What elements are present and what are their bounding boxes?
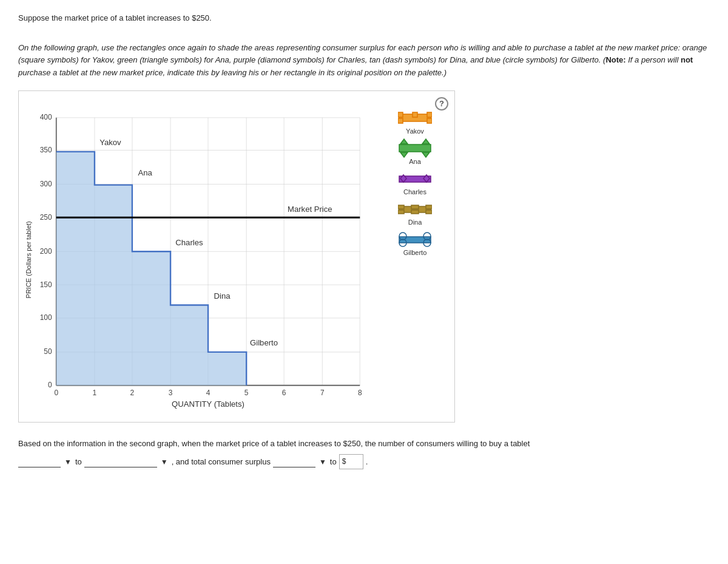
- svg-text:1: 1: [93, 389, 97, 397]
- instruction-text: On the following graph, use the rectangl…: [18, 42, 710, 80]
- svg-text:0: 0: [48, 381, 52, 389]
- svg-text:3: 3: [169, 389, 173, 397]
- main-chart-svg: 0 50 100 150 200 250 300 350 400 0 1 2 3…: [35, 103, 382, 414]
- svg-rect-52: [427, 118, 432, 123]
- svg-text:Dina: Dina: [214, 291, 231, 301]
- svg-text:200: 200: [40, 247, 52, 256]
- instruction-body: On the following graph, use the rectangl…: [18, 43, 707, 78]
- svg-marker-39: [56, 152, 246, 386]
- svg-marker-56: [422, 139, 430, 144]
- svg-text:150: 150: [40, 280, 52, 289]
- svg-text:7: 7: [320, 389, 325, 397]
- svg-text:250: 250: [40, 213, 52, 222]
- svg-text:0: 0: [54, 389, 58, 397]
- chart-area: PRICE (Dollars per tablet): [25, 103, 448, 416]
- to-label-2: to: [330, 455, 337, 469]
- graph-container: ? PRICE (Dollars per tablet): [18, 90, 455, 423]
- svg-text:Ana: Ana: [138, 168, 152, 177]
- dropdown-arrow-1: ▼: [64, 458, 72, 466]
- svg-marker-54: [400, 139, 408, 144]
- palette-item-ana[interactable]: Ana: [398, 140, 432, 165]
- palette-item-yakov[interactable]: Yakov: [398, 109, 432, 135]
- gilberto-label: Gilberto: [403, 249, 427, 256]
- svg-text:300: 300: [40, 180, 52, 188]
- svg-text:2: 2: [130, 389, 135, 397]
- answer-row: ▼ to ▼ , and total consumer surplus ▼ to…: [18, 454, 710, 469]
- note-label: Note:: [605, 55, 625, 64]
- palette-area: Yakov Ana: [382, 103, 448, 416]
- svg-text:4: 4: [206, 389, 211, 397]
- gilberto-icon: [398, 231, 432, 248]
- dropdown-3[interactable]: ▼: [318, 458, 328, 466]
- svg-rect-53: [399, 144, 431, 152]
- svg-text:Yakov: Yakov: [99, 138, 121, 147]
- bottom-section: Based on the information in the second g…: [18, 437, 710, 469]
- yakov-icon: [398, 109, 432, 126]
- dropdown-2[interactable]: ▼: [160, 458, 169, 466]
- dropdown-arrow-3: ▼: [319, 458, 326, 466]
- chart-svg-wrap: 0 50 100 150 200 250 300 350 400 0 1 2 3…: [35, 103, 382, 416]
- svg-rect-65: [398, 210, 404, 214]
- svg-text:Market Price: Market Price: [288, 205, 332, 214]
- answer-blank1: [18, 457, 61, 467]
- charles-label: Charles: [403, 188, 426, 195]
- svg-rect-66: [411, 210, 419, 214]
- svg-marker-55: [400, 152, 408, 157]
- svg-text:5: 5: [244, 389, 249, 397]
- palette-item-dina[interactable]: Dina: [398, 200, 432, 226]
- svg-rect-62: [398, 205, 404, 209]
- help-icon[interactable]: ?: [435, 97, 448, 110]
- svg-text:Gilberto: Gilberto: [250, 338, 278, 347]
- svg-text:100: 100: [40, 313, 52, 322]
- palette-item-charles[interactable]: Charles: [398, 170, 432, 195]
- y-axis-label: PRICE (Dollars per tablet): [25, 103, 32, 416]
- svg-rect-67: [426, 210, 432, 214]
- chart-inner: 0 50 100 150 200 250 300 350 400 0 1 2 3…: [35, 103, 382, 416]
- dropdown-1[interactable]: ▼: [63, 458, 73, 466]
- dropdown-arrow-2: ▼: [161, 458, 168, 466]
- svg-text:8: 8: [358, 389, 362, 397]
- answer-blank2: [84, 457, 157, 467]
- period: .: [366, 455, 368, 469]
- ana-icon: [398, 140, 432, 157]
- dollar-sign: $: [339, 454, 363, 469]
- svg-rect-63: [411, 205, 419, 209]
- dina-label: Dina: [408, 219, 422, 226]
- svg-text:QUANTITY (Tablets): QUANTITY (Tablets): [172, 399, 244, 409]
- svg-text:6: 6: [282, 389, 286, 397]
- yakov-label: Yakov: [406, 127, 424, 135]
- svg-rect-49: [413, 112, 417, 117]
- svg-rect-50: [427, 112, 432, 117]
- dina-icon: [398, 200, 432, 217]
- svg-text:350: 350: [40, 146, 52, 154]
- svg-text:Charles: Charles: [175, 237, 203, 246]
- svg-rect-48: [398, 112, 403, 117]
- intro-text: Suppose the market price of a tablet inc…: [18, 12, 710, 24]
- bottom-text1: Based on the information in the second g…: [18, 439, 530, 448]
- svg-rect-51: [398, 118, 403, 123]
- svg-text:400: 400: [40, 113, 52, 121]
- answer-blank3: [273, 457, 315, 467]
- charles-icon: [398, 170, 432, 187]
- svg-text:50: 50: [44, 347, 52, 356]
- and-text: , and total consumer surplus: [172, 455, 271, 469]
- not-label: not: [681, 55, 693, 64]
- palette-item-gilberto[interactable]: Gilberto: [398, 231, 432, 256]
- svg-rect-64: [426, 205, 432, 209]
- ana-label: Ana: [409, 158, 421, 165]
- to-label-1: to: [75, 455, 82, 469]
- svg-marker-57: [422, 152, 430, 157]
